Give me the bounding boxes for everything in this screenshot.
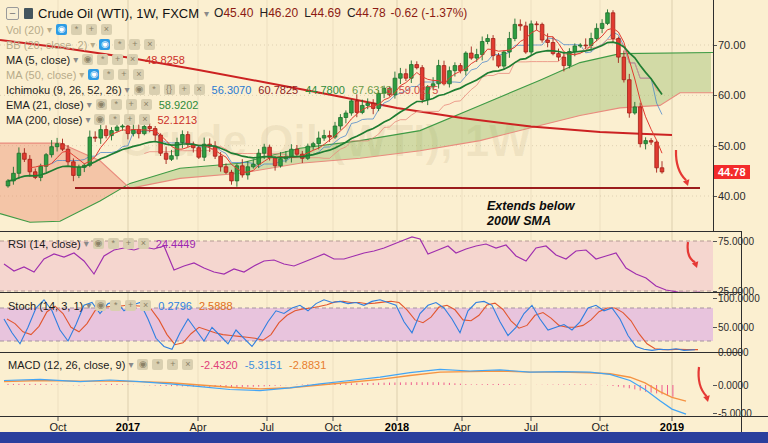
close-icon[interactable]: × bbox=[182, 359, 193, 370]
chevron-down-icon[interactable]: ▾ bbox=[85, 114, 90, 125]
close-icon[interactable]: × bbox=[127, 54, 138, 65]
symbol-title[interactable]: Crude Oil (WTI), 1W, FXCM bbox=[38, 6, 199, 21]
eye-icon[interactable]: ◉ bbox=[134, 84, 145, 95]
pane-divider[interactable] bbox=[0, 292, 741, 293]
tradingview-chart-window: Crude Oil (WTI), 1W − Crude Oil (WTI), 1… bbox=[0, 0, 768, 443]
plus-icon[interactable]: + bbox=[126, 99, 137, 110]
close-icon[interactable]: × bbox=[144, 39, 155, 50]
chevron-down-icon[interactable]: ▾ bbox=[86, 300, 91, 311]
ohlc-number: 44.78 bbox=[356, 6, 386, 20]
plus-icon[interactable]: + bbox=[125, 300, 136, 311]
plus-icon[interactable]: + bbox=[118, 69, 129, 80]
plus-icon[interactable]: + bbox=[124, 114, 135, 125]
indicator-value: -2.8831 bbox=[289, 359, 326, 371]
price-scale-border bbox=[713, 0, 714, 231]
indicator-label[interactable]: MA (50, close) bbox=[6, 69, 76, 81]
eye-icon[interactable]: ◉ bbox=[93, 238, 104, 249]
chevron-down-icon[interactable]: ▾ bbox=[128, 359, 133, 370]
symbol-header: − Crude Oil (WTI), 1W, FXCM ▾ O45.40H46.… bbox=[6, 4, 467, 22]
indicator-label[interactable]: Stoch (14, 3, 1) bbox=[8, 300, 83, 312]
eye-icon[interactable]: ◉ bbox=[96, 99, 107, 110]
indicator-legend-row: Ichimoku (9, 26, 52, 26)▾◉*{}+×56.307060… bbox=[6, 82, 467, 97]
last-price-badge: 44.78 bbox=[714, 165, 750, 179]
bottom-toolbar bbox=[0, 432, 768, 443]
indicator-value: 52.1213 bbox=[157, 114, 197, 126]
indicator-legend-row: MA (50, close)▾◉*+× bbox=[6, 67, 467, 82]
indicator-label[interactable]: MA (200, close) bbox=[6, 114, 82, 126]
braces-icon[interactable]: {} bbox=[164, 84, 175, 95]
macd-signal-line bbox=[4, 371, 686, 401]
close-icon[interactable]: × bbox=[133, 69, 144, 80]
red-down-arrow[interactable] bbox=[676, 150, 689, 186]
indicator-value: 58.9202 bbox=[159, 99, 199, 111]
plus-icon[interactable]: + bbox=[167, 359, 178, 370]
red-down-arrow[interactable] bbox=[699, 367, 710, 402]
plus-icon[interactable]: + bbox=[179, 84, 190, 95]
indicator-legend-row: MA (5, close)▾◉*+×48.8258 bbox=[6, 52, 467, 67]
gear-icon[interactable]: * bbox=[71, 24, 82, 35]
gear-icon[interactable]: * bbox=[111, 99, 122, 110]
chevron-down-icon[interactable]: ▾ bbox=[73, 54, 78, 65]
collapse-pane-icon[interactable]: − bbox=[6, 7, 19, 20]
eye-icon[interactable]: ◉ bbox=[99, 39, 110, 50]
eye-icon[interactable]: ◉ bbox=[137, 359, 148, 370]
gear-icon[interactable]: * bbox=[103, 69, 114, 80]
change-value: -0.62 (-1.37%) bbox=[391, 6, 468, 20]
indicator-value: 48.8258 bbox=[145, 54, 185, 66]
indicator-value: 60.7825 bbox=[258, 84, 298, 96]
indicator-label[interactable]: Ichimoku (9, 26, 52, 26) bbox=[6, 84, 122, 96]
close-icon[interactable]: × bbox=[138, 238, 149, 249]
gear-icon[interactable]: * bbox=[108, 238, 119, 249]
candlestick-series-icon bbox=[24, 8, 33, 19]
indicator-legend-row: Vol (20)▾◉*+× bbox=[6, 22, 467, 37]
plus-icon[interactable]: + bbox=[129, 39, 140, 50]
eye-icon[interactable]: ◉ bbox=[82, 54, 93, 65]
indicator-label[interactable]: MA (5, close) bbox=[6, 54, 70, 66]
eye-icon[interactable]: ◉ bbox=[94, 114, 105, 125]
indicator-value: 24.4449 bbox=[156, 238, 196, 250]
indicator-label[interactable]: BB (20, close, 2) bbox=[6, 39, 87, 51]
close-icon[interactable]: × bbox=[141, 99, 152, 110]
gear-icon[interactable]: * bbox=[109, 114, 120, 125]
gear-icon[interactable]: * bbox=[110, 300, 121, 311]
sub-pane-border bbox=[741, 231, 742, 432]
gear-icon[interactable]: * bbox=[152, 359, 163, 370]
indicator-label[interactable]: RSI (14, close) bbox=[8, 238, 81, 250]
indicator-value: 2.5888 bbox=[199, 300, 233, 312]
indicator-label[interactable]: MACD (12, 26, close, 9) bbox=[8, 359, 125, 371]
gear-icon[interactable]: * bbox=[149, 84, 160, 95]
chevron-down-icon[interactable]: ▾ bbox=[87, 99, 92, 110]
annotation-text[interactable]: Extends below 200W SMA bbox=[487, 199, 575, 229]
indicator-value: -5.3151 bbox=[245, 359, 282, 371]
plus-icon[interactable]: + bbox=[123, 238, 134, 249]
ohlc-number: 45.40 bbox=[223, 6, 253, 20]
indicator-value: 56.3070 bbox=[212, 84, 252, 96]
chevron-down-icon[interactable]: ▾ bbox=[125, 84, 130, 95]
plus-icon[interactable]: + bbox=[112, 54, 123, 65]
chevron-down-icon[interactable]: ▾ bbox=[84, 238, 89, 249]
indicator-label[interactable]: EMA (21, close) bbox=[6, 99, 84, 111]
chevron-down-icon[interactable]: ▾ bbox=[90, 39, 95, 50]
ohlc-label: H bbox=[259, 6, 268, 20]
indicator-legend-row: EMA (21, close)▾◉*+×58.9202 bbox=[6, 97, 467, 112]
pane-divider[interactable] bbox=[0, 231, 741, 232]
plus-icon[interactable]: + bbox=[86, 24, 97, 35]
chevron-down-icon[interactable]: ▾ bbox=[204, 8, 209, 19]
pane-divider[interactable] bbox=[0, 352, 741, 353]
close-icon[interactable]: × bbox=[194, 84, 205, 95]
eye-icon[interactable]: ◉ bbox=[95, 300, 106, 311]
close-icon[interactable]: × bbox=[140, 300, 151, 311]
eye-icon[interactable]: ◉ bbox=[88, 69, 99, 80]
close-icon[interactable]: × bbox=[139, 114, 150, 125]
eye-icon[interactable]: ◉ bbox=[56, 24, 67, 35]
gear-icon[interactable]: * bbox=[114, 39, 125, 50]
indicator-label[interactable]: Vol (20) bbox=[6, 24, 44, 36]
gear-icon[interactable]: * bbox=[97, 54, 108, 65]
chevron-down-icon[interactable]: ▾ bbox=[79, 69, 84, 80]
chevron-down-icon[interactable]: ▾ bbox=[47, 24, 52, 35]
indicator-value: 67.6313 bbox=[352, 84, 392, 96]
close-icon[interactable]: × bbox=[101, 24, 112, 35]
ohlc-number: 46.20 bbox=[268, 6, 298, 20]
ohlc-label: C bbox=[347, 6, 356, 20]
indicator-legend-row: MACD (12, 26, close, 9)▾◉*+×-2.4320-5.31… bbox=[8, 357, 326, 372]
